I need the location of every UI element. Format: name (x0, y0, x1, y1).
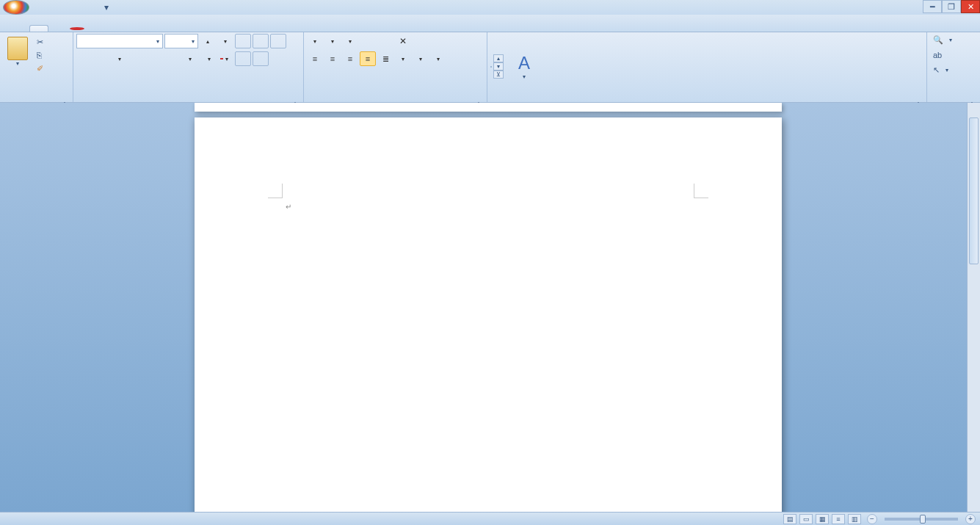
shading-button[interactable]: ▾ (413, 51, 429, 66)
vertical-scrollbar[interactable] (967, 103, 980, 512)
select-icon: ↖ (933, 65, 940, 75)
distribute-button[interactable]: ≣ (377, 51, 393, 66)
quick-access-toolbar: ▾ (35, 1, 113, 14)
group-paragraph: ▾ ▾ ▾ ✕ ≡ ≡ ≡ ≡ ≣ ▾ ▾ ▾ (304, 32, 487, 102)
multilevel-button[interactable]: ▾ (342, 34, 358, 48)
paste-button[interactable]: ▾ (3, 34, 32, 67)
tab-mailings[interactable] (106, 25, 125, 32)
grow-font-button[interactable]: ▴ (200, 34, 216, 48)
change-case-button[interactable]: ▾ (182, 51, 198, 66)
paragraph-group-label (307, 99, 484, 102)
tab-page-layout[interactable] (68, 25, 87, 32)
scrollbar-thumb[interactable] (969, 117, 979, 264)
paste-icon (7, 37, 28, 60)
bullets-button[interactable]: ▾ (307, 34, 323, 48)
redo-icon[interactable] (68, 1, 81, 14)
line-spacing-button[interactable]: ▾ (395, 51, 411, 66)
underline-button[interactable]: ▾ (112, 51, 128, 66)
asian-layout-button[interactable]: ✕ (395, 34, 411, 48)
group-font: ▾ ▾ ▴ ▾ ▾ ▾ ▾ ▾ (73, 32, 304, 102)
copy-icon (37, 51, 47, 61)
tab-references[interactable] (87, 25, 106, 32)
align-right-button[interactable]: ≡ (342, 51, 358, 66)
gallery-up-button[interactable]: ▴ (493, 54, 504, 62)
document-area: ↵ (0, 103, 980, 512)
bold-button[interactable] (76, 51, 92, 66)
justify-button[interactable]: ≡ (360, 51, 376, 66)
scissors-icon (37, 37, 47, 48)
group-styles: ▴ ▾ ⊻ A ▾ (487, 32, 927, 102)
group-editing: 🔍▾ ab ↖▾ (927, 32, 980, 102)
clear-format-button[interactable] (235, 34, 251, 48)
replace-button[interactable]: ab (930, 49, 955, 61)
copy-button[interactable] (34, 50, 53, 62)
gallery-down-button[interactable]: ▾ (493, 62, 504, 70)
margin-corner-tr (694, 184, 708, 198)
qat-more-icon[interactable]: ▾ (100, 1, 113, 14)
char-shading-button[interactable] (235, 51, 251, 66)
previous-page-edge (195, 103, 782, 112)
view-web-layout-button[interactable]: ▦ (816, 514, 829, 524)
font-name-combo[interactable]: ▾ (76, 34, 163, 48)
find-icon: 🔍 (933, 35, 943, 45)
view-draft-button[interactable]: ▥ (848, 514, 861, 524)
show-marks-button[interactable] (430, 34, 446, 48)
change-styles-button[interactable]: A ▾ (508, 53, 540, 80)
change-styles-icon: A (518, 53, 530, 73)
shrink-font-button[interactable]: ▾ (217, 34, 233, 48)
numbering-button[interactable]: ▾ (324, 34, 341, 48)
superscript-button[interactable] (164, 51, 181, 66)
view-outline-button[interactable]: ≡ (832, 514, 845, 524)
find-button[interactable]: 🔍▾ (930, 34, 955, 46)
ribbon-tabs (0, 15, 980, 32)
format-painter-button[interactable] (34, 63, 53, 75)
cut-button[interactable] (34, 37, 53, 48)
view-print-layout-button[interactable]: ▤ (783, 514, 796, 524)
enclosed-char-button[interactable] (253, 51, 269, 66)
print-preview-icon[interactable] (84, 1, 97, 14)
tab-view[interactable] (144, 25, 163, 32)
minimize-button[interactable]: ━ (923, 0, 942, 13)
editing-group-label (930, 99, 977, 102)
phonetic-guide-button[interactable] (253, 34, 269, 48)
font-size-combo[interactable]: ▾ (164, 34, 198, 48)
italic-button[interactable] (94, 51, 110, 66)
undo-icon[interactable] (51, 1, 65, 14)
group-clipboard: ▾ (0, 32, 73, 102)
brush-icon (37, 64, 47, 74)
office-button[interactable] (3, 0, 29, 15)
increase-indent-button[interactable] (377, 34, 393, 48)
zoom-in-button[interactable]: + (965, 514, 976, 524)
zoom-slider[interactable] (885, 518, 958, 521)
margin-corner-tl (268, 184, 283, 198)
align-left-button[interactable]: ≡ (307, 51, 323, 66)
borders-button[interactable]: ▾ (430, 51, 446, 66)
tab-home[interactable] (29, 25, 48, 32)
strike-button[interactable] (129, 51, 145, 66)
styles-group-label (490, 99, 923, 102)
tab-review[interactable] (125, 25, 144, 32)
select-button[interactable]: ↖▾ (930, 64, 955, 76)
highlight-button[interactable]: ▾ (200, 51, 216, 66)
view-full-screen-button[interactable]: ▭ (799, 514, 813, 524)
zoom-slider-thumb[interactable] (920, 515, 926, 524)
subscript-button[interactable] (147, 51, 163, 66)
restore-button[interactable]: ❐ (942, 0, 961, 13)
close-button[interactable]: ✕ (961, 0, 980, 13)
font-color-button[interactable]: ▾ (217, 51, 233, 66)
save-icon[interactable] (35, 1, 48, 14)
gallery-scroll: ▴ ▾ ⊻ (493, 54, 504, 79)
zoom-out-button[interactable]: − (867, 514, 877, 524)
gallery-more-button[interactable]: ⊻ (493, 70, 504, 79)
window-controls: ━ ❐ ✕ (923, 0, 980, 13)
decrease-indent-button[interactable] (360, 34, 376, 48)
paragraph-mark-icon: ↵ (286, 203, 291, 211)
sort-button[interactable] (413, 34, 429, 48)
align-center-button[interactable]: ≡ (324, 51, 341, 66)
document-page[interactable]: ↵ (195, 117, 782, 512)
ribbon: ▾ ▾ ▾ ▴ ▾ ▾ (0, 32, 980, 103)
tab-insert[interactable] (48, 25, 68, 32)
title-bar: ▾ ━ ❐ ✕ (0, 0, 980, 15)
char-border-button[interactable] (270, 34, 286, 48)
styles-gallery (490, 66, 492, 68)
